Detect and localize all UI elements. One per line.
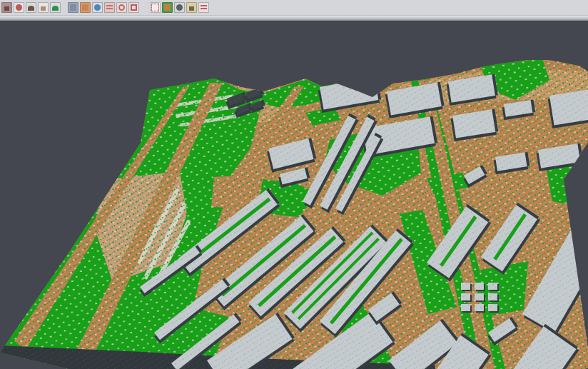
section-icon[interactable]	[68, 2, 78, 13]
terrain-icon[interactable]	[26, 2, 36, 13]
project-icon[interactable]	[1, 2, 12, 13]
mesh-sphere-icon[interactable]	[174, 2, 185, 13]
mesh-sphere-icon-glyph	[176, 4, 183, 11]
toolbar-group	[150, 0, 211, 13]
dem-icon-glyph	[52, 6, 59, 11]
clip-region-icon[interactable]	[150, 2, 161, 13]
toolbar-group	[1, 0, 62, 13]
terrain-icon-glyph	[28, 6, 34, 11]
scene-svg	[0, 21, 588, 369]
app-window	[0, 0, 588, 369]
fence-icon-glyph	[131, 4, 137, 11]
ortho-icon[interactable]	[80, 2, 91, 13]
project-icon-glyph	[4, 6, 9, 11]
globe-icon-glyph	[94, 4, 101, 11]
points-icon-glyph	[16, 4, 22, 11]
section-icon-glyph	[70, 4, 76, 11]
clip-region-icon-glyph	[151, 4, 159, 11]
scatter-icon[interactable]	[38, 2, 49, 13]
scatter-icon-glyph	[41, 6, 46, 11]
profile-icon[interactable]	[104, 2, 115, 13]
ruler-icon-glyph	[201, 5, 207, 11]
classified-map-icon[interactable]	[162, 2, 173, 13]
toolbar-group	[68, 0, 141, 13]
globe-icon[interactable]	[92, 2, 103, 13]
fence-icon[interactable]	[128, 2, 139, 13]
viewport-3d[interactable]	[0, 21, 588, 369]
toolbar	[0, 0, 588, 16]
target-icon[interactable]	[116, 2, 127, 13]
target-icon-glyph	[118, 4, 125, 11]
template-icon[interactable]	[186, 2, 197, 13]
profile-icon-glyph	[106, 5, 113, 11]
classified-map-icon-glyph	[164, 4, 171, 11]
template-icon-glyph	[189, 6, 194, 11]
ortho-icon-glyph	[82, 4, 88, 11]
ruler-icon[interactable]	[198, 2, 209, 13]
points-icon[interactable]	[14, 2, 24, 13]
dem-icon[interactable]	[50, 2, 61, 13]
toolbar-edge	[0, 16, 588, 21]
